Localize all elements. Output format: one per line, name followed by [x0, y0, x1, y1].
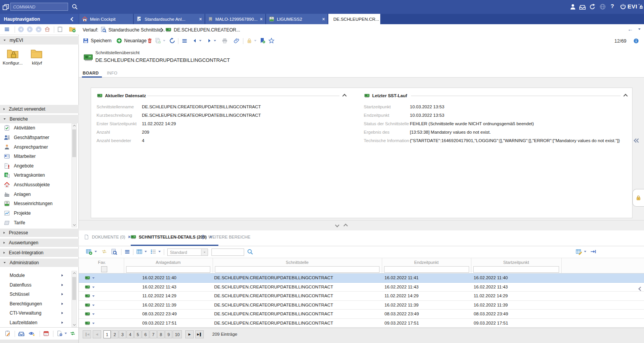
dock-icon[interactable] [590, 249, 596, 255]
fav-checkbox[interactable] [101, 266, 107, 272]
sidebar-section-auswertungen[interactable]: Auswertungen [0, 239, 79, 247]
search-icon[interactable] [72, 3, 78, 10]
detail-tab-0[interactable]: DOKUMENTE (0) × [84, 234, 131, 240]
dropdown-icon[interactable] [145, 251, 147, 252]
breadcrumb-item[interactable]: Standardsuche Schnittste... [108, 27, 165, 33]
detail-tab-1[interactable]: SCHNITTSTELLEN-DETAILS (209) × [131, 234, 212, 240]
column-divider[interactable] [561, 258, 562, 273]
sidebar-section-prozesse[interactable]: Prozesse [0, 229, 79, 237]
sidebar-collapse-icon[interactable] [70, 17, 75, 21]
nav-back-icon[interactable] [18, 26, 24, 33]
list-menu-icon[interactable] [181, 38, 188, 44]
collapse-down-icon[interactable] [335, 223, 339, 227]
sidebar-item-9[interactable]: Projekte [0, 209, 72, 218]
dropdown-icon[interactable] [584, 251, 586, 252]
last-page-button[interactable]: ▶▌ [195, 330, 204, 338]
column-header-fav[interactable]: Fav. [90, 260, 113, 265]
sidebar-section-excel-integration[interactable]: Excel-Integration [0, 249, 79, 257]
page-button-3[interactable]: 3 [119, 330, 126, 338]
dropdown-icon[interactable] [65, 333, 67, 334]
inbox-icon[interactable] [579, 3, 586, 10]
document-settings-icon[interactable] [57, 330, 63, 336]
row-dropdown-icon[interactable] [92, 305, 95, 306]
calendar-icon[interactable] [43, 330, 49, 336]
tab-board[interactable]: BOARD [83, 71, 99, 75]
new-folder-icon[interactable] [69, 26, 76, 33]
inbox-icon[interactable] [18, 330, 25, 337]
redo-icon[interactable] [589, 3, 596, 10]
lock-icon[interactable] [246, 38, 252, 44]
dropdown-icon[interactable] [163, 40, 165, 41]
next-record-icon[interactable] [207, 38, 212, 43]
column-divider[interactable] [124, 258, 124, 273]
page-button-9[interactable]: 9 [165, 330, 172, 338]
expand-up-icon[interactable] [343, 224, 348, 228]
power-icon[interactable] [620, 3, 626, 10]
nav-up-icon[interactable] [35, 26, 42, 33]
favorite-icon[interactable] [268, 38, 275, 44]
previous-page-button[interactable]: ◀ [93, 330, 101, 338]
page-button-2[interactable]: 2 [111, 330, 118, 338]
app-tab[interactable]: LIGUMESS2 × [266, 14, 328, 24]
folder-label[interactable]: klöjvf [26, 61, 48, 65]
new-icon[interactable] [116, 38, 122, 44]
close-icon[interactable]: × [199, 17, 202, 22]
bookmark-icon[interactable] [259, 37, 265, 44]
search-doc-icon[interactable] [111, 249, 117, 255]
sidebar-admin-item-4[interactable]: CTI-Verwaltung [0, 308, 72, 318]
dropdown-icon[interactable] [199, 40, 201, 41]
dropdown-icon[interactable] [95, 251, 97, 252]
breadcrumb-item[interactable]: DE.SCHLEUPEN.CREATEOR... [174, 27, 240, 33]
column-divider[interactable] [471, 258, 471, 273]
view-select[interactable]: Standard [167, 249, 208, 256]
sidebar-item-3[interactable]: Mitarbeiter [0, 152, 72, 161]
home-icon[interactable] [44, 26, 50, 32]
next-page-button[interactable]: ▶ [185, 330, 194, 338]
search-icon[interactable] [247, 249, 253, 255]
sidebar-admin-item-3[interactable]: Berechtigungen [0, 299, 72, 309]
sidebar-item-1[interactable]: Geschäftspartner [0, 133, 72, 143]
flyout-expand-icon[interactable] [634, 137, 640, 144]
flyout-expand-icon[interactable] [639, 285, 642, 292]
column-divider[interactable] [213, 258, 213, 273]
row-dropdown-icon[interactable] [92, 323, 95, 324]
clipboard-icon[interactable] [57, 26, 63, 32]
windows-icon[interactable] [2, 3, 9, 10]
close-icon[interactable]: × [128, 234, 131, 240]
lock-flyout-tab[interactable] [632, 189, 644, 207]
page-button-4[interactable]: 4 [126, 330, 134, 338]
row-dropdown-icon[interactable] [92, 313, 95, 315]
folder-label[interactable]: Konfigur... [0, 61, 25, 65]
scrollbar[interactable] [72, 123, 77, 227]
sidebar-admin-item-0[interactable]: Module [0, 271, 72, 280]
refresh-icon[interactable] [169, 38, 175, 44]
page-button-6[interactable]: 6 [142, 330, 149, 338]
filter-input-startzeitpunkt[interactable] [473, 266, 559, 273]
info-icon[interactable] [633, 38, 639, 44]
sidebar-item-6[interactable]: Anschlussobjekte [0, 180, 72, 190]
column-header-schnittstelle[interactable]: Schnittstelle [213, 260, 382, 265]
close-icon[interactable]: × [260, 17, 263, 22]
table-row[interactable]: 09.03.2022 17:51 DE.SCHLEUPEN.CREATEORUP… [79, 319, 644, 328]
sidebar-admin-item-5[interactable]: Laufzeitdaten [0, 318, 72, 328]
row-dropdown-icon[interactable] [92, 287, 95, 288]
sidebar-section-bereiche[interactable]: Bereiche [0, 115, 79, 123]
sidebar-section-zuletzt-verwendet[interactable]: Zuletzt verwendet [0, 105, 79, 113]
refresh-list-icon[interactable] [101, 249, 107, 255]
sidebar-section-administration[interactable]: Administration [0, 258, 79, 267]
folder-icon[interactable] [29, 47, 44, 60]
notes-icon[interactable] [5, 330, 11, 336]
help-icon[interactable]: ? [611, 3, 614, 9]
dropdown-icon[interactable] [214, 40, 216, 41]
app-tab[interactable]: DE.SCHLEUPEN.CR... × [328, 14, 380, 24]
save-icon[interactable] [83, 38, 89, 44]
page-button-5[interactable]: 5 [134, 330, 141, 338]
page-button-7[interactable]: 7 [150, 330, 157, 338]
app-tab[interactable]: MALO-1299567890... × [205, 14, 265, 24]
sidebar-item-10[interactable]: Tarife [0, 218, 72, 227]
first-page-button[interactable]: ▐◀ [83, 330, 91, 338]
column-divider[interactable] [382, 258, 382, 273]
delete-icon[interactable] [147, 38, 153, 44]
save-button[interactable]: Speichern [91, 38, 111, 43]
list-menu-icon[interactable] [124, 249, 130, 255]
